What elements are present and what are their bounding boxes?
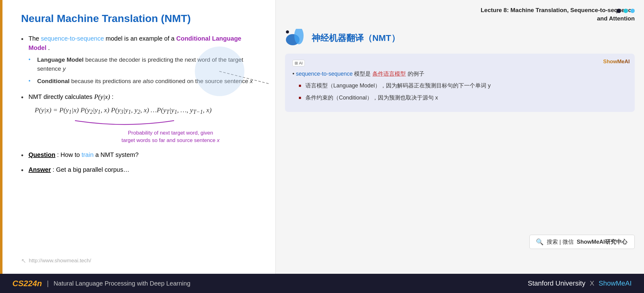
bullet2-prefix: NMT directly calculates: [28, 93, 94, 100]
x-separator: X: [590, 279, 596, 287]
lecture-line2: and Attention: [285, 15, 635, 23]
search-label: ShowMeAI研究中心: [577, 238, 627, 246]
bullet1-middle: model is an example of a: [106, 35, 176, 42]
math-section: P(y|x) = P(y1|x) P(y2|y1, x) P(y3|y1, y2…: [28, 105, 260, 144]
showmeai-bottom: ShowMeAI: [599, 279, 632, 287]
answer-bold: Answer: [28, 166, 51, 173]
ai-badge: ⊞ AI: [292, 60, 305, 66]
sub2-x: x: [250, 78, 253, 84]
footer-url[interactable]: http://www.showmeai.tech/: [29, 258, 91, 264]
bottom-right: Stanford University X ShowMeAI: [528, 279, 632, 287]
main-content: Neural Machine Translation (NMT) The seq…: [0, 0, 644, 274]
trans-seq2seq: sequence-to-sequence: [296, 71, 353, 77]
search-divider-text: 搜索 | 微信: [547, 238, 574, 246]
brace-svg: [72, 119, 177, 128]
nmt-icon: [285, 29, 307, 47]
bullet-answer: Answer : Get a big parallel corpus…: [21, 165, 260, 174]
bullet2-formula-inline: P(y|x): [94, 93, 110, 100]
bottom-bar: CS224n | Natural Language Processing wit…: [0, 274, 644, 293]
answer-text: : Get a big parallel corpus…: [53, 166, 129, 173]
sub2-bold: Conditional: [37, 78, 69, 84]
sub1-italic: y: [63, 65, 66, 72]
cursor-icon: ↖: [21, 257, 26, 264]
bottom-divider: |: [47, 279, 49, 287]
brace-annotation: Probability of next target word, given t…: [81, 129, 260, 144]
search-icon: 🔍: [536, 238, 544, 246]
dot-1: [617, 9, 621, 13]
bottom-left: CS224n | Natural Language Processing wit…: [12, 279, 191, 288]
bullet2-colon: :: [112, 93, 114, 100]
bullet-question: Question : How to train a NMT system?: [21, 150, 260, 159]
trans-bullet-main: • sequence-to-sequence 模型是 条件语言模型 的例子: [292, 69, 627, 78]
bottom-subtitle: Natural Language Processing with Deep Le…: [54, 280, 190, 287]
nmt-title: 神经机器翻译（NMT）: [312, 32, 400, 44]
trans-sub-list: 语言模型（Language Model），因为解码器正在预测目标句的下一个单词 …: [299, 82, 627, 102]
slide-panel: Neural Machine Translation (NMT) The seq…: [0, 0, 276, 274]
trans-bullet-mid: 模型是: [354, 71, 371, 77]
sub2-italic: also: [143, 78, 154, 84]
math-formula: P(y|x) = P(y1|x) P(y2|y1, x) P(y3|y1, y2…: [35, 105, 260, 117]
svg-point-3: [286, 30, 289, 33]
translation-box: ⊞ AI ShowMeAI • sequence-to-sequence 模型是…: [285, 54, 635, 112]
question-bold: Question: [28, 151, 55, 158]
zoom-circle: [195, 47, 244, 96]
stanford-text: Stanford University: [528, 279, 585, 287]
sub1-bold: Language Model: [37, 56, 84, 63]
trans-sub-1: 语言模型（Language Model），因为解码器正在预测目标句的下一个单词 …: [299, 82, 627, 90]
slide-title: Neural Machine Translation (NMT): [21, 12, 260, 24]
bullet1-prefix: The: [28, 35, 41, 42]
nmt-title-row: 神经机器翻译（NMT）: [285, 29, 635, 47]
bullet1-seq2seq: sequence-to-sequence: [41, 35, 104, 42]
lecture-line1: Lecture 8: Machine Translation, Sequence…: [285, 6, 635, 15]
right-panel: Lecture 8: Machine Translation, Sequence…: [276, 0, 644, 274]
bullet1-period: .: [48, 44, 50, 51]
dot-3: [630, 9, 635, 13]
question-suffix: a NMT system?: [95, 151, 139, 158]
lecture-header: Lecture 8: Machine Translation, Sequence…: [285, 6, 635, 23]
trans-bullet-end: 的例子: [408, 71, 424, 77]
trans-sub-2: 条件约束的（Conditional），因为预测也取决于源句 x: [299, 94, 627, 102]
dot-2: [624, 9, 628, 13]
trans-bullet-prefix: •: [292, 71, 296, 77]
sub2-text1: because its predictions are: [71, 78, 143, 84]
course-label: CS224n: [12, 279, 42, 288]
search-bar[interactable]: 🔍 搜索 | 微信 ShowMeAI研究中心: [529, 235, 635, 249]
question-train: train: [81, 151, 94, 158]
showmeai-watermark: ShowMeAI: [603, 59, 630, 65]
dots-row: [617, 9, 635, 13]
question-prefix: : How to: [57, 151, 81, 158]
bullet-2: NMT directly calculates P(y|x) : P(y|x) …: [21, 92, 260, 144]
trans-cond-lang: 条件语言模型: [372, 71, 406, 77]
slide-footer: ↖ http://www.showmeai.tech/: [21, 257, 91, 264]
